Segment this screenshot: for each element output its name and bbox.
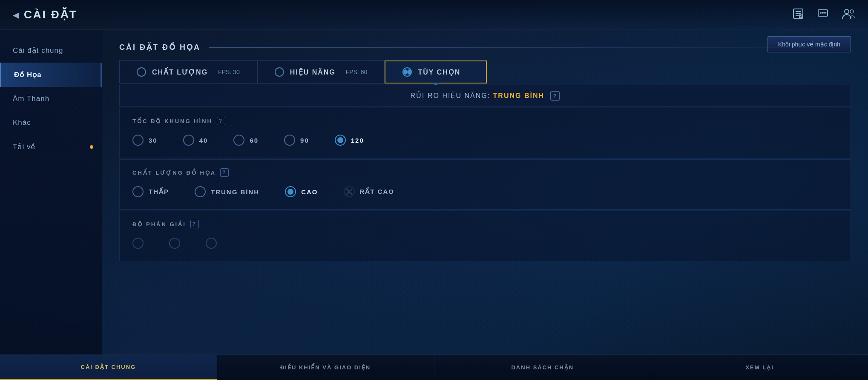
bottom-nav-review[interactable]: XEM LẠI [651,355,868,380]
performance-tab-label: HIỆU NĂNG [290,68,336,76]
frame-rate-title: TỐC ĐỘ KHUNG HÌNH ? [132,117,838,125]
sidebar-item-sound[interactable]: Âm Thanh [0,87,102,111]
fps-90-radio [284,135,295,146]
quality-high-label: CAO [301,188,318,196]
resolution-option-3[interactable] [206,238,217,249]
resolution-option-1[interactable] [132,238,144,249]
quality-radio [137,67,146,77]
svg-line-11 [346,189,352,195]
fps-30-option[interactable]: 30 [132,135,158,146]
svg-point-9 [845,9,849,14]
custom-tab-label: TÙY CHỌN [418,68,460,76]
graphics-quality-title: CHẤT LƯỢNG ĐỒ HỌA ? [132,168,838,177]
performance-radio [275,67,284,77]
performance-mode-tab[interactable]: HIỆU NĂNG FPS: 60 [257,60,385,83]
quality-medium-label: TRUNG BÌNH [211,188,259,196]
fps-40-label: 40 [199,137,208,144]
main-content: CÀI ĐẶT ĐỒ HỌA CHẤT LƯỢNG FPS: 30 HIỆU N… [102,30,868,354]
sidebar-label-graphics: Đồ Họa [14,71,42,79]
bottom-nav-block-label: DANH SÁCH CHẶN [511,364,574,371]
graphics-quality-section: CHẤT LƯỢNG ĐỒ HỌA ? THẤP TRUNG BÌNH CAO [119,159,851,210]
header: ◂ CÀI ĐẶT [0,0,868,30]
svg-point-7 [822,12,824,14]
fps-40-radio [183,135,194,146]
quality-mode-tab[interactable]: CHẤT LƯỢNG FPS: 30 [119,60,257,83]
svg-point-10 [850,10,854,13]
fps-60-radio [233,135,244,146]
quality-very-high-label: RẤT CAO [360,188,395,196]
sidebar-label-general: Cài đặt chung [13,46,63,55]
quality-very-high-option[interactable]: RẤT CAO [344,186,395,197]
custom-mode-tab[interactable]: TÙY CHỌN [385,60,487,83]
fps-90-option[interactable]: 90 [284,135,309,146]
sidebar-item-graphics[interactable]: Đồ Họa [0,63,102,87]
quality-high-option[interactable]: CAO [285,186,318,197]
resolution-option-2[interactable] [169,238,180,249]
frame-rate-help-icon[interactable]: ? [217,117,225,125]
header-icons [792,8,855,22]
bottom-nav-block-list[interactable]: DANH SÁCH CHẶN [434,355,652,380]
back-button[interactable]: ◂ CÀI ĐẶT [13,8,78,22]
resolution-title: ĐỘ PHÂN GIẢI ? [132,220,838,228]
page-title: CÀI ĐẶT [24,8,78,21]
quality-low-option[interactable]: THẤP [132,186,169,197]
notification-dot [90,145,93,149]
resolution-radio-3 [206,238,217,249]
quality-tab-fps: FPS: 30 [218,69,240,75]
quality-high-radio [285,186,296,197]
chat-icon[interactable] [817,8,829,22]
resolution-help-icon[interactable]: ? [190,220,199,228]
bottom-nav-review-label: XEM LẠI [745,364,773,371]
bottom-nav-general-label: CÀI ĐẶT CHUNG [81,364,136,370]
sidebar: Cài đặt chung Đồ Họa Âm Thanh Khác Tải v… [0,30,102,354]
quality-medium-radio [195,186,206,197]
quality-low-label: THẤP [149,188,169,196]
sidebar-label-sound: Âm Thanh [13,95,49,103]
perf-risk-label: RỦI RO HIỆU NĂNG: [411,92,491,99]
perf-risk-help-icon[interactable]: ? [550,91,560,101]
bottom-nav-controls-label: ĐIỀU KHIỂN VÀ GIAO DIỆN [280,364,371,371]
fps-120-option[interactable]: 120 [335,135,364,146]
fps-120-radio [335,135,346,146]
fps-60-option[interactable]: 60 [233,135,259,146]
sidebar-item-download[interactable]: Tải về [0,135,102,159]
tasks-icon[interactable] [792,8,804,22]
quality-low-radio [132,186,144,197]
quality-tab-label: CHẤT LƯỢNG [152,68,208,76]
fps-120-label: 120 [351,137,364,144]
graphics-mode-tabs: CHẤT LƯỢNG FPS: 30 HIỆU NĂNG FPS: 60 TÙY… [119,60,851,83]
quality-medium-option[interactable]: TRUNG BÌNH [195,186,259,197]
svg-point-8 [824,12,826,14]
quality-help-icon[interactable]: ? [220,168,229,177]
resolution-options [132,238,838,249]
resolution-radio-2 [169,238,180,249]
fps-30-radio [132,135,144,146]
resolution-section: ĐỘ PHÂN GIẢI ? [119,211,851,261]
custom-radio [402,67,412,77]
svg-point-6 [820,12,822,14]
friends-icon[interactable] [842,8,855,22]
sidebar-label-other: Khác [13,118,31,127]
section-divider [209,47,851,48]
perf-risk-value: TRUNG BÌNH [493,92,544,99]
resolution-radio-1 [132,238,144,249]
sidebar-label-download: Tải về [13,143,35,151]
bottom-nav-general[interactable]: CÀI ĐẶT CHUNG [0,355,217,380]
back-arrow-icon: ◂ [13,8,19,22]
performance-risk-banner: RỦI RO HIỆU NĂNG: TRUNG BÌNH ? [119,85,851,107]
fps-40-option[interactable]: 40 [183,135,208,146]
sidebar-item-other[interactable]: Khác [0,111,102,135]
quality-options: THẤP TRUNG BÌNH CAO RẤT CAO [132,186,838,197]
sidebar-item-general[interactable]: Cài đặt chung [0,38,102,63]
quality-very-high-radio [344,186,355,197]
frame-rate-options: 30 40 60 90 120 [132,135,838,146]
performance-tab-fps: FPS: 60 [346,69,368,75]
fps-90-label: 90 [300,137,309,144]
graphics-section-header: CÀI ĐẶT ĐỒ HỌA [119,43,851,52]
graphics-section-title: CÀI ĐẶT ĐỒ HỌA [119,43,201,52]
bottom-nav-controls[interactable]: ĐIỀU KHIỂN VÀ GIAO DIỆN [217,355,434,380]
fps-60-label: 60 [250,137,259,144]
fps-30-label: 30 [149,137,158,144]
bottom-navigation: CÀI ĐẶT CHUNG ĐIỀU KHIỂN VÀ GIAO DIỆN DA… [0,354,868,380]
frame-rate-section: TỐC ĐỘ KHUNG HÌNH ? 30 40 60 90 120 [119,108,851,158]
